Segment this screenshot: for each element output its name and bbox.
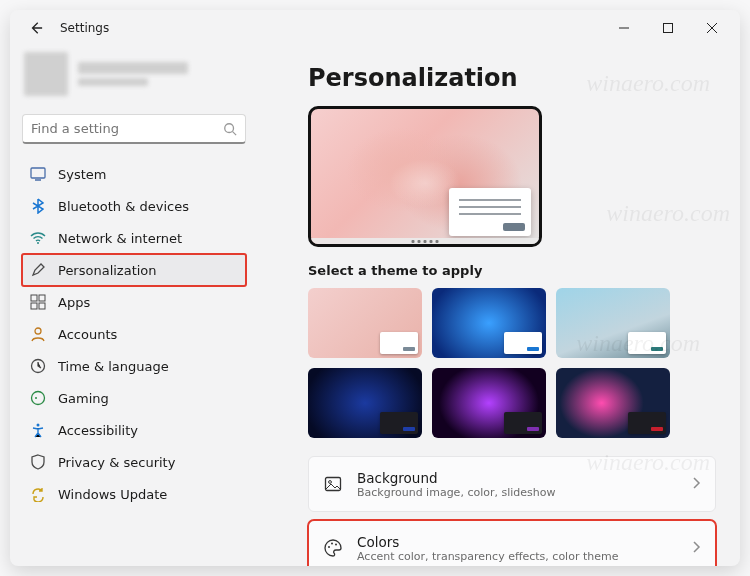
sidebar-item-label: Windows Update: [58, 487, 167, 502]
settings-rows: Background Background image, color, slid…: [308, 456, 716, 566]
svg-rect-7: [39, 303, 45, 309]
row-title: Background: [357, 470, 555, 486]
accessibility-icon: [30, 422, 46, 438]
user-account-block[interactable]: [22, 50, 246, 98]
svg-point-8: [35, 328, 41, 334]
svg-point-15: [331, 543, 333, 545]
row-subtitle: Background image, color, slideshow: [357, 486, 555, 499]
back-button[interactable]: [22, 14, 50, 42]
sidebar-item-label: Apps: [58, 295, 90, 310]
svg-rect-2: [31, 168, 45, 178]
sidebar-item-privacy[interactable]: Privacy & security: [22, 446, 246, 478]
search-input[interactable]: [31, 121, 223, 136]
minimize-button[interactable]: [602, 12, 646, 44]
svg-rect-0: [664, 24, 673, 33]
theme-option-2[interactable]: [432, 288, 546, 358]
svg-point-11: [37, 424, 40, 427]
maximize-icon: [663, 23, 673, 33]
svg-point-14: [328, 546, 330, 548]
sidebar-item-system[interactable]: System: [22, 158, 246, 190]
maximize-button[interactable]: [646, 12, 690, 44]
page-title: Personalization: [308, 64, 716, 92]
svg-point-16: [335, 544, 337, 546]
sidebar-item-personalization[interactable]: Personalization: [22, 254, 246, 286]
system-icon: [30, 166, 46, 182]
sidebar-item-windows-update[interactable]: Windows Update: [22, 478, 246, 510]
chevron-right-icon: [691, 541, 701, 556]
sidebar-item-label: Network & internet: [58, 231, 182, 246]
palette-icon: [323, 538, 343, 558]
sidebar-item-label: Accessibility: [58, 423, 138, 438]
desktop-preview: [308, 106, 542, 247]
apps-icon: [30, 294, 46, 310]
row-colors[interactable]: Colors Accent color, transparency effect…: [308, 520, 716, 566]
close-icon: [707, 23, 717, 33]
sidebar-item-time-language[interactable]: Time & language: [22, 350, 246, 382]
settings-window: Settings System: [10, 10, 740, 566]
svg-rect-6: [31, 303, 37, 309]
sidebar-item-apps[interactable]: Apps: [22, 286, 246, 318]
theme-option-4[interactable]: [308, 368, 422, 438]
sidebar-item-label: Personalization: [58, 263, 157, 278]
window-title: Settings: [60, 21, 109, 35]
titlebar: Settings: [10, 10, 740, 46]
theme-option-3[interactable]: [556, 288, 670, 358]
person-icon: [30, 326, 46, 342]
theme-grid: [308, 288, 716, 438]
row-background[interactable]: Background Background image, color, slid…: [308, 456, 716, 512]
sidebar-item-accounts[interactable]: Accounts: [22, 318, 246, 350]
svg-point-1: [225, 123, 234, 132]
close-button[interactable]: [690, 12, 734, 44]
search-icon: [223, 122, 237, 136]
picture-icon: [323, 474, 343, 494]
sidebar: System Bluetooth & devices Network & int…: [10, 46, 258, 566]
sidebar-item-label: Gaming: [58, 391, 109, 406]
nav-list: System Bluetooth & devices Network & int…: [22, 158, 246, 510]
wifi-icon: [30, 230, 46, 246]
chevron-right-icon: [691, 477, 701, 492]
sidebar-item-label: Bluetooth & devices: [58, 199, 189, 214]
row-title: Colors: [357, 534, 618, 550]
svg-point-13: [329, 481, 332, 484]
minimize-icon: [619, 23, 629, 33]
gamepad-icon: [30, 390, 46, 406]
sidebar-item-label: Time & language: [58, 359, 169, 374]
svg-point-3: [37, 242, 39, 244]
row-subtitle: Accent color, transparency effects, colo…: [357, 550, 618, 563]
sidebar-item-label: System: [58, 167, 106, 182]
user-name-redacted: [78, 62, 188, 74]
back-arrow-icon: [29, 21, 43, 35]
update-icon: [30, 486, 46, 502]
svg-rect-4: [31, 295, 37, 301]
shield-icon: [30, 454, 46, 470]
sidebar-item-network[interactable]: Network & internet: [22, 222, 246, 254]
preview-window-mock: [449, 188, 531, 236]
svg-rect-5: [39, 295, 45, 301]
main-content: Personalization Select a theme to apply: [258, 46, 740, 566]
theme-section-label: Select a theme to apply: [308, 263, 716, 278]
clock-icon: [30, 358, 46, 374]
svg-rect-12: [326, 478, 341, 491]
sidebar-item-accessibility[interactable]: Accessibility: [22, 414, 246, 446]
theme-option-5[interactable]: [432, 368, 546, 438]
user-email-redacted: [78, 78, 148, 86]
sidebar-item-label: Privacy & security: [58, 455, 175, 470]
avatar: [24, 52, 68, 96]
sidebar-item-gaming[interactable]: Gaming: [22, 382, 246, 414]
bluetooth-icon: [30, 198, 46, 214]
paintbrush-icon: [30, 262, 46, 278]
theme-option-6[interactable]: [556, 368, 670, 438]
svg-point-10: [32, 392, 45, 405]
sidebar-item-bluetooth[interactable]: Bluetooth & devices: [22, 190, 246, 222]
theme-option-1[interactable]: [308, 288, 422, 358]
window-controls: [602, 12, 734, 44]
search-box[interactable]: [22, 114, 246, 144]
sidebar-item-label: Accounts: [58, 327, 117, 342]
